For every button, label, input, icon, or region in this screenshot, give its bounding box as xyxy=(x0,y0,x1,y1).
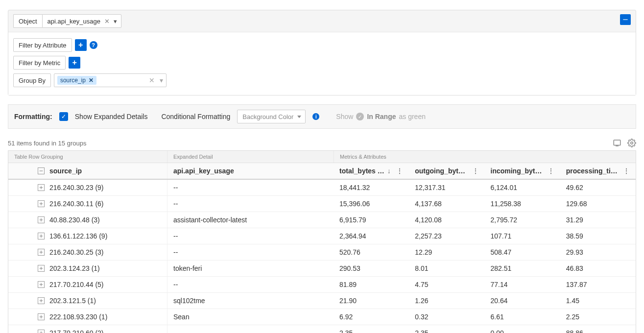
background-color-select[interactable]: Background Color xyxy=(237,110,306,123)
svg-rect-1 xyxy=(614,140,620,145)
group-cell[interactable]: 216.240.30.11 (6) xyxy=(8,196,167,212)
svg-rect-11 xyxy=(41,235,42,238)
add-metric-filter-button[interactable]: + xyxy=(69,57,80,69)
expand-row-icon[interactable] xyxy=(38,216,45,223)
collapse-panel-button[interactable] xyxy=(620,14,631,25)
expand-row-icon[interactable] xyxy=(38,281,45,288)
expand-row-icon[interactable] xyxy=(38,330,45,333)
object-select[interactable]: api.api_key_usage ✕ ▾ xyxy=(42,14,121,28)
sort-desc-icon[interactable]: ↓ xyxy=(387,167,391,175)
metric-cell: 2,364.94 xyxy=(334,228,409,244)
header-detail[interactable]: api.api_key_usage xyxy=(167,163,334,179)
header-metric-text: incoming_bytes … xyxy=(491,167,543,175)
clear-groupby-icon[interactable]: ✕ xyxy=(149,76,155,84)
formatting-label: Formatting: xyxy=(14,113,52,120)
svg-rect-0 xyxy=(623,19,627,20)
in-range-label: In Range xyxy=(367,113,396,120)
summary-text: 51 items found in 15 groups xyxy=(8,140,86,147)
svg-rect-5 xyxy=(41,186,42,190)
metric-cell: 21.90 xyxy=(334,293,409,309)
header-metric-text: outgoing_bytes (… xyxy=(415,167,467,175)
table-row: 217.70.210.60 (2)--2.352.350.0088.86 xyxy=(8,325,636,333)
group-cell[interactable]: 202.3.121.5 (1) xyxy=(8,293,167,309)
column-menu-icon[interactable]: ⋮ xyxy=(621,167,630,175)
metric-cell: 6.61 xyxy=(485,309,560,325)
detail-cell: -- xyxy=(167,180,334,195)
info-icon[interactable]: i xyxy=(312,113,319,120)
filter-attribute-button[interactable]: Filter by Attribute xyxy=(13,38,72,52)
metric-cell: 29.93 xyxy=(560,244,636,260)
group-cell[interactable]: 202.3.124.23 (1) xyxy=(8,261,167,276)
conditional-formatting-label: Conditional Formatting xyxy=(161,113,230,120)
group-cell[interactable]: 217.70.210.60 (2) xyxy=(8,325,167,333)
metric-cell: 4,137.68 xyxy=(409,196,484,212)
expand-row-icon[interactable] xyxy=(38,265,45,272)
group-cell[interactable]: 216.240.30.25 (3) xyxy=(8,244,167,260)
metric-cell: 1.26 xyxy=(409,293,484,309)
group-cell[interactable]: 216.240.30.23 (9) xyxy=(8,180,167,195)
show-expanded-checkbox[interactable]: ✓ xyxy=(59,112,68,121)
expand-row-icon[interactable] xyxy=(38,297,45,304)
collapse-all-icon[interactable] xyxy=(38,167,45,174)
group-text: 216.240.30.25 (3) xyxy=(49,248,104,256)
metric-cell: 38.59 xyxy=(560,228,636,244)
table-row: 217.70.210.44 (5)--81.894.7577.14137.87 xyxy=(8,277,636,293)
table-row: 216.240.30.23 (9)--18,441.3212,317.316,1… xyxy=(8,180,636,196)
svg-rect-17 xyxy=(41,283,42,286)
group-cell[interactable]: 217.70.210.44 (5) xyxy=(8,277,167,292)
group-text: 40.88.230.48 (3) xyxy=(49,216,100,224)
metric-cell: 520.76 xyxy=(334,244,409,260)
column-menu-icon[interactable]: ⋮ xyxy=(470,167,479,175)
help-icon[interactable]: ? xyxy=(90,41,97,49)
expand-row-icon[interactable] xyxy=(38,233,45,239)
metric-cell: 2,257.23 xyxy=(409,228,484,244)
group-cell[interactable]: 222.108.93.230 (1) xyxy=(8,309,167,325)
export-icon[interactable] xyxy=(613,139,621,147)
add-attribute-filter-button[interactable]: + xyxy=(75,39,87,51)
expand-row-icon[interactable] xyxy=(38,313,45,320)
show-expanded-label: Show Expanded Details xyxy=(75,113,148,120)
group-text: 202.3.121.5 (1) xyxy=(49,297,96,305)
group-text: 217.70.210.60 (2) xyxy=(49,329,104,333)
group-cell[interactable]: 40.88.230.48 (3) xyxy=(8,212,167,228)
metric-cell: 2.25 xyxy=(560,309,636,325)
results-summary: 51 items found in 15 groups xyxy=(8,139,636,147)
header-incoming-bytes[interactable]: incoming_bytes … ⋮ xyxy=(485,163,560,179)
header-metric-text: processing_time… xyxy=(566,167,618,175)
caret-down-icon[interactable]: ▾ xyxy=(160,76,163,84)
as-green-label: as green xyxy=(399,113,426,120)
metric-cell: 20.64 xyxy=(485,293,560,309)
expand-row-icon[interactable] xyxy=(38,184,45,191)
metric-cell: 137.87 xyxy=(560,277,636,292)
object-label: Object xyxy=(13,14,42,28)
svg-rect-3 xyxy=(40,171,43,171)
band-grouping: Table Row Grouping xyxy=(8,151,167,163)
group-by-row: Group By source_ip ✕ ✕ ▾ xyxy=(13,73,631,87)
metric-cell: 2,795.72 xyxy=(485,212,560,228)
gear-icon[interactable] xyxy=(627,139,636,147)
expand-row-icon[interactable] xyxy=(38,249,45,256)
group-cell[interactable]: 136.61.122.136 (9) xyxy=(8,228,167,244)
detail-cell: token-feri xyxy=(167,261,334,276)
column-band-row: Table Row Grouping Expanded Detail Metri… xyxy=(8,151,636,163)
header-outgoing-bytes[interactable]: outgoing_bytes (… ⋮ xyxy=(409,163,484,179)
metric-cell: 2.35 xyxy=(409,325,484,333)
filter-metric-row: Filter by Metric + xyxy=(13,56,631,70)
band-metrics: Metrics & Attributes xyxy=(334,151,636,163)
clear-object-icon[interactable]: ✕ xyxy=(104,18,110,25)
header-processing-time[interactable]: processing_time… ⋮ xyxy=(560,163,636,179)
expand-row-icon[interactable] xyxy=(38,200,45,207)
column-menu-icon[interactable]: ⋮ xyxy=(394,167,403,175)
formatting-bar: Formatting: ✓ Show Expanded Details Cond… xyxy=(8,104,636,129)
filter-metric-button[interactable]: Filter by Metric xyxy=(13,56,66,70)
column-menu-icon[interactable]: ⋮ xyxy=(546,167,554,175)
header-metric-text: total_bytes … xyxy=(339,167,384,175)
metric-cell: 290.53 xyxy=(334,261,409,276)
metric-cell: 129.68 xyxy=(560,196,636,212)
remove-chip-icon[interactable]: ✕ xyxy=(89,77,94,84)
group-by-input[interactable]: source_ip ✕ ✕ ▾ xyxy=(54,73,167,87)
caret-down-icon[interactable]: ▾ xyxy=(114,18,117,25)
metric-cell: 6,915.79 xyxy=(334,212,409,228)
header-total-bytes[interactable]: total_bytes … ↓ ⋮ xyxy=(334,163,409,179)
header-source-ip[interactable]: source_ip xyxy=(8,163,167,179)
